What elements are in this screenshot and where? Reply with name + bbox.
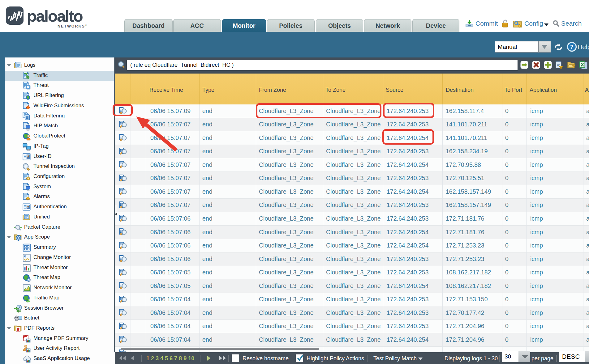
svg-text:?: ? xyxy=(570,44,574,50)
